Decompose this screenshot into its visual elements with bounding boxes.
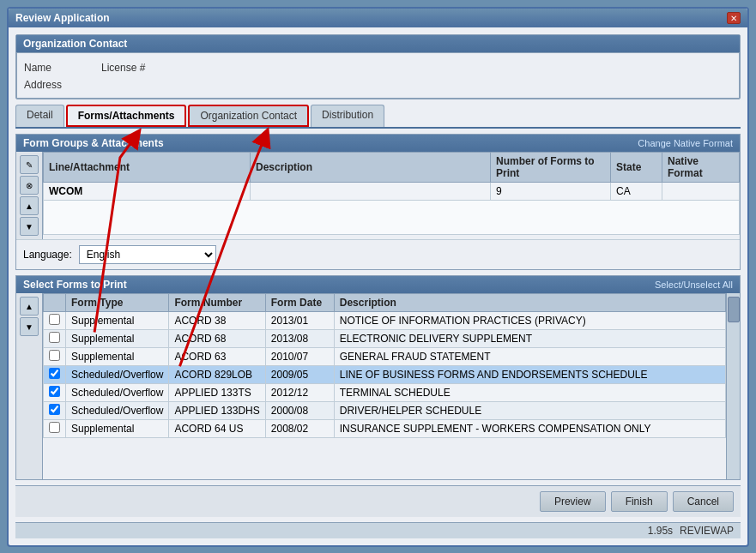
checkbox-6[interactable]	[44, 402, 66, 420]
select-forms-section: Select Forms to Print Select/Unselect Al…	[15, 275, 741, 480]
content-area: Organization Contact Name License # Addr…	[9, 27, 747, 545]
form-groups-body: ✎ ⊗ ▲ ▼ Line/Attachment Description Numb…	[16, 152, 740, 239]
form-desc-7: INSURANCE SUPPLEMENT - WORKERS COMPENSAT…	[334, 420, 725, 438]
checkbox-4[interactable]	[44, 366, 66, 384]
form-date-7: 2008/02	[265, 420, 334, 438]
tab-detail[interactable]: Detail	[15, 105, 64, 127]
tab-forms-attachments[interactable]: Forms/Attachments	[66, 105, 187, 127]
form-type-5: Scheduled/Overflow	[66, 384, 169, 402]
form-number-7: ACORD 64 US	[169, 420, 265, 438]
fg-side-buttons: ✎ ⊗ ▲ ▼	[16, 152, 43, 239]
address-label: Address	[24, 79, 67, 91]
form-type-6: Scheduled/Overflow	[66, 402, 169, 420]
org-contact-body: Name License # Address	[16, 52, 740, 99]
col-form-type: Form Type	[66, 294, 169, 312]
form-date-6: 2000/08	[265, 402, 334, 420]
delete-icon-btn[interactable]: ⊗	[20, 176, 39, 195]
window-title: Review Application	[15, 12, 110, 24]
license-label: License #	[101, 62, 145, 74]
status-time: 1.95s	[648, 525, 673, 537]
form-groups-title: Form Groups & Attachments	[23, 137, 164, 149]
finish-button[interactable]: Finish	[611, 491, 668, 512]
cell-line: WCOM	[44, 183, 251, 201]
col-description: Description	[334, 294, 725, 312]
form-row-5[interactable]: Scheduled/Overflow APPLIED 133TS 2012/12…	[44, 384, 726, 402]
license-field: License #	[101, 62, 145, 74]
form-number-2: ACORD 68	[169, 330, 265, 348]
checkbox-3[interactable]	[44, 348, 66, 366]
tab-distribution[interactable]: Distribution	[311, 105, 384, 127]
table-row[interactable]: WCOM 9 CA	[44, 183, 740, 201]
col-line-attachment: Line/Attachment	[44, 153, 251, 183]
checkbox-2[interactable]	[44, 330, 66, 348]
status-bar: 1.95s REVIEWAP	[15, 522, 741, 538]
select-forms-header: Select Forms to Print Select/Unselect Al…	[16, 276, 740, 293]
form-row-1[interactable]: Supplemental ACORD 38 2013/01 NOTICE OF …	[44, 312, 726, 330]
footer-row: Preview Finish Cancel	[15, 485, 741, 517]
form-desc-6: DRIVER/HELPER SCHEDULE	[334, 402, 725, 420]
form-desc-4: LINE OF BUSINESS FORMS AND ENDORSEMENTS …	[334, 366, 725, 384]
sf-up-icon-btn[interactable]: ▲	[20, 297, 39, 316]
down-icon-btn[interactable]: ▼	[20, 217, 39, 236]
form-date-4: 2009/05	[265, 366, 334, 384]
cancel-button[interactable]: Cancel	[673, 491, 734, 512]
tab-organization-contact[interactable]: Organization Contact	[188, 105, 309, 127]
main-window: Review Application ✕ Organization Contac…	[7, 7, 749, 547]
form-groups-section: Form Groups & Attachments Change Native …	[15, 134, 741, 270]
checkbox-5[interactable]	[44, 384, 66, 402]
form-type-4: Scheduled/Overflow	[66, 366, 169, 384]
cell-number-of-forms: 9	[491, 183, 611, 201]
col-native-format: Native Format	[662, 153, 740, 183]
sf-side-buttons: ▲ ▼	[16, 293, 43, 479]
name-label: Name	[24, 62, 67, 74]
org-contact-header: Organization Contact	[16, 35, 740, 52]
form-date-1: 2013/01	[265, 312, 334, 330]
form-row-7[interactable]: Supplemental ACORD 64 US 2008/02 INSURAN…	[44, 420, 726, 438]
form-desc-1: NOTICE OF INFORMATION PRACTICES (PRIVACY…	[334, 312, 725, 330]
checkbox-7[interactable]	[44, 420, 66, 438]
preview-button[interactable]: Preview	[540, 491, 606, 512]
form-type-1: Supplemental	[66, 312, 169, 330]
form-desc-5: TERMINAL SCHEDULE	[334, 384, 725, 402]
col-form-date: Form Date	[265, 294, 334, 312]
form-type-2: Supplemental	[66, 330, 169, 348]
form-row-2[interactable]: Supplemental ACORD 68 2013/08 ELECTRONIC…	[44, 330, 726, 348]
form-number-3: ACORD 63	[169, 348, 265, 366]
form-number-6: APPLIED 133DHS	[169, 402, 265, 420]
form-row-3[interactable]: Supplemental ACORD 63 2010/07 GENERAL FR…	[44, 348, 726, 366]
select-forms-body: ▲ ▼ Form Type Form Number Form Date	[16, 293, 740, 479]
form-row-6[interactable]: Scheduled/Overflow APPLIED 133DHS 2000/0…	[44, 402, 726, 420]
cell-description	[251, 183, 491, 201]
cell-state: CA	[611, 183, 662, 201]
form-date-2: 2013/08	[265, 330, 334, 348]
select-unselect-all-link[interactable]: Select/Unselect All	[655, 280, 733, 290]
form-desc-2: ELECTRONIC DELIVERY SUPPLEMENT	[334, 330, 725, 348]
form-number-1: ACORD 38	[169, 312, 265, 330]
form-groups-table-container: Line/Attachment Description Number of Fo…	[43, 152, 740, 239]
form-row-4[interactable]: Scheduled/Overflow ACORD 829LOB 2009/05 …	[44, 366, 726, 384]
col-description: Description	[251, 153, 491, 183]
cell-native-format	[662, 183, 740, 201]
scroll-thumb[interactable]	[728, 297, 740, 322]
form-date-5: 2012/12	[265, 384, 334, 402]
checkbox-1[interactable]	[44, 312, 66, 330]
form-date-3: 2010/07	[265, 348, 334, 366]
col-number-of-forms: Number of Forms to Print	[491, 153, 611, 183]
language-label: Language:	[23, 249, 72, 261]
form-groups-header: Form Groups & Attachments Change Native …	[16, 135, 740, 152]
org-contact-panel: Organization Contact Name License # Addr…	[15, 34, 741, 99]
edit-icon-btn[interactable]: ✎	[20, 155, 39, 174]
form-type-7: Supplemental	[66, 420, 169, 438]
select-forms-title: Select Forms to Print	[23, 279, 127, 291]
form-number-4: ACORD 829LOB	[169, 366, 265, 384]
close-button[interactable]: ✕	[727, 12, 741, 24]
language-select[interactable]: English	[79, 245, 216, 264]
org-fields: Name License #	[24, 58, 732, 79]
select-forms-table: Form Type Form Number Form Date Descript…	[43, 293, 726, 438]
up-icon-btn[interactable]: ▲	[20, 196, 39, 215]
form-number-5: APPLIED 133TS	[169, 384, 265, 402]
change-native-format-link[interactable]: Change Native Format	[638, 138, 733, 148]
status-app: REVIEWAP	[680, 525, 734, 537]
sf-down-icon-btn[interactable]: ▼	[20, 317, 39, 336]
scrollbar[interactable]	[726, 293, 740, 479]
